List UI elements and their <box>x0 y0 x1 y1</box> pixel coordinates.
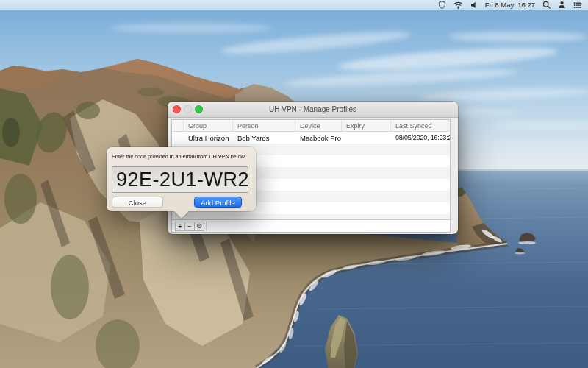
remove-profile-minus-button[interactable]: − <box>184 222 195 231</box>
close-button[interactable]: Close <box>112 197 163 208</box>
table-header: Group Person Device Expiry Last Synced <box>172 120 450 132</box>
toolbar-divider <box>206 222 207 231</box>
profile-code-input[interactable]: 92E-2U1-WR2 <box>112 166 248 193</box>
add-profile-button[interactable]: Add Profile <box>194 197 242 208</box>
column-device[interactable]: Device <box>295 120 342 131</box>
empty-row <box>172 214 450 219</box>
table-row[interactable]: Ultra Horizon Bob Yards Macbook Pro 08/0… <box>172 132 450 144</box>
notification-center-icon[interactable] <box>570 0 586 10</box>
column-status <box>172 120 184 131</box>
column-last-synced[interactable]: Last Synced <box>391 120 450 131</box>
wifi-icon[interactable] <box>450 0 467 10</box>
row-group-cell: Ultra Horizon <box>184 134 233 142</box>
vpn-shield-icon[interactable] <box>434 0 450 10</box>
row-person-cell: Bob Yards <box>233 134 295 142</box>
row-device-cell: Macbook Pro <box>295 134 342 142</box>
fast-user-switch-icon[interactable] <box>554 0 570 10</box>
add-profile-popover: Enter the code provided in an email from… <box>107 147 256 211</box>
spotlight-search-icon[interactable] <box>539 0 554 10</box>
menu-date: Fri 8 May <box>485 1 514 9</box>
popover-prompt: Enter the code provided in an email from… <box>112 153 246 160</box>
menu-clock[interactable]: Fri 8 May 16:27 <box>481 0 539 10</box>
zoom-window-button[interactable] <box>195 105 203 113</box>
window-title: UH VPN - Manage Profiles <box>168 102 458 117</box>
volume-icon[interactable] <box>467 0 481 10</box>
row-last-synced-cell: 08/05/2020, 16:23:25 <box>391 134 450 141</box>
minimize-window-button[interactable] <box>184 105 192 113</box>
add-profile-plus-button[interactable]: + <box>175 222 185 231</box>
row-status-cell <box>172 134 184 142</box>
menu-time: 16:27 <box>517 1 535 9</box>
column-person[interactable]: Person <box>233 120 295 131</box>
column-expiry[interactable]: Expiry <box>342 120 391 131</box>
profile-actions-group: + − ⚙ <box>175 222 204 231</box>
window-titlebar[interactable]: UH VPN - Manage Profiles <box>168 102 458 118</box>
menu-bar: Fri 8 May 16:27 <box>0 0 588 10</box>
column-group[interactable]: Group <box>184 120 233 131</box>
table-footer-toolbar: + − ⚙ <box>172 219 450 232</box>
profile-code-value: 92E-2U1-WR2 <box>116 169 249 191</box>
close-window-button[interactable] <box>173 105 181 113</box>
settings-gear-icon[interactable]: ⚙ <box>194 222 204 231</box>
